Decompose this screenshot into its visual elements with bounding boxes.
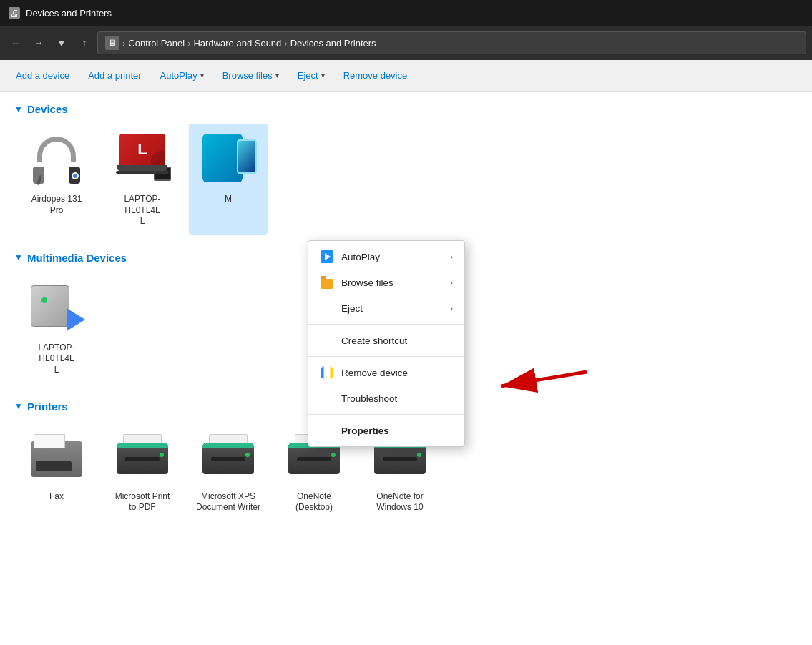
ctx-sep-1 bbox=[308, 324, 464, 325]
devices-grid: Airdopes 131Pro L LAPTOP-HL0TL4LL bbox=[14, 124, 798, 235]
laptop-icon-wrap: L bbox=[114, 131, 171, 188]
add-device-button[interactable]: Add a device bbox=[7, 66, 78, 85]
ctx-autoplay[interactable]: AutoPlay › bbox=[308, 244, 464, 270]
printer-xps-icon-wrap bbox=[200, 428, 257, 486]
device-laptop-label: LAPTOP-HL0TL4LL bbox=[110, 194, 175, 227]
printer-dot-1 bbox=[160, 453, 164, 457]
printer-dot-3 bbox=[331, 453, 336, 457]
onenote-desktop-label: OneNote(Desktop) bbox=[295, 491, 333, 513]
printer-strip-1 bbox=[117, 443, 168, 448]
printer-slot-3 bbox=[297, 457, 331, 461]
troubleshoot-icon bbox=[320, 391, 334, 405]
ctx-remove-device-label: Remove device bbox=[341, 368, 408, 378]
headset-icon-wrap bbox=[28, 131, 85, 188]
laptop-base bbox=[117, 165, 167, 171]
path-control-panel: Control Panel bbox=[128, 38, 185, 49]
ctx-troubleshoot-label: Troubleshoot bbox=[341, 393, 397, 404]
properties-icon bbox=[320, 423, 334, 438]
ctx-sep-3 bbox=[308, 414, 464, 415]
ctx-create-shortcut[interactable]: Create shortcut bbox=[308, 328, 464, 353]
device-fax[interactable]: Fax bbox=[17, 421, 96, 521]
multimedia-chevron: ▼ bbox=[14, 252, 23, 262]
play-triangle bbox=[67, 308, 85, 331]
ctx-eject[interactable]: Eject › bbox=[308, 295, 464, 321]
printer-dot-2 bbox=[245, 453, 250, 457]
device-laptop[interactable]: L LAPTOP-HL0TL4LL bbox=[103, 124, 182, 235]
printer-pdf-icon-wrap bbox=[114, 428, 171, 486]
device-multimedia-laptop[interactable]: LAPTOP-HL0TL4LL bbox=[17, 272, 96, 383]
back-button[interactable]: ← bbox=[6, 33, 26, 53]
browse-files-ctx-icon bbox=[320, 275, 334, 290]
devices-section-header[interactable]: ▼ Devices bbox=[14, 103, 798, 115]
eject-ctx-icon bbox=[320, 301, 334, 315]
remove-device-button[interactable]: Remove device bbox=[335, 66, 416, 85]
printer-slot-2 bbox=[211, 457, 245, 461]
path-icon: 🖥 bbox=[105, 36, 119, 50]
dropdown-button[interactable]: ▼ bbox=[52, 33, 72, 53]
ctx-eject-label: Eject bbox=[341, 303, 363, 314]
ctx-properties-label: Properties bbox=[341, 425, 389, 436]
browse-files-ctx-arrow: › bbox=[450, 278, 453, 287]
toolbar: Add a device Add a printer AutoPlay ▾ Br… bbox=[0, 60, 812, 92]
autoplay-ctx-arrow: › bbox=[450, 252, 453, 261]
fax-label: Fax bbox=[49, 491, 64, 503]
multimedia-icon-wrap bbox=[28, 280, 85, 337]
ctx-browse-files-label: Browse files bbox=[341, 277, 393, 288]
multimedia-laptop-label: LAPTOP-HL0TL4LL bbox=[24, 343, 89, 376]
printer-strip-2 bbox=[202, 443, 254, 448]
device-airdopes-label: Airdopes 131Pro bbox=[31, 194, 82, 216]
eject-button[interactable]: Eject ▾ bbox=[289, 66, 333, 85]
ctx-properties[interactable]: Properties bbox=[308, 418, 464, 443]
printers-chevron: ▼ bbox=[14, 401, 23, 411]
main-content: ▼ Devices Airdopes 131Pro bbox=[0, 92, 812, 549]
device-print-pdf[interactable]: Microsoft Printto PDF bbox=[103, 421, 182, 521]
create-shortcut-icon bbox=[320, 333, 334, 348]
autoplay-arrow: ▾ bbox=[200, 72, 204, 79]
print-pdf-label: Microsoft Printto PDF bbox=[115, 491, 170, 513]
path-hardware-sound: Hardware and Sound bbox=[193, 38, 281, 49]
path-devices-printers: Devices and Printers bbox=[290, 38, 376, 49]
multimedia-label: Multimedia Devices bbox=[27, 252, 127, 264]
onenote-win10-label: OneNote forWindows 10 bbox=[376, 491, 423, 513]
printer-slot-4 bbox=[383, 457, 417, 461]
autoplay-ctx-icon bbox=[320, 250, 334, 264]
device-tablet[interactable]: M bbox=[189, 124, 268, 235]
laptop-screen: L bbox=[119, 134, 165, 165]
add-printer-button[interactable]: Add a printer bbox=[79, 66, 150, 85]
device-airdopes[interactable]: Airdopes 131Pro bbox=[17, 124, 96, 235]
shield-icon bbox=[320, 365, 334, 380]
ctx-autoplay-label: AutoPlay bbox=[341, 252, 380, 262]
device-tablet-label: M bbox=[225, 194, 232, 205]
printer-dot-4 bbox=[417, 453, 421, 457]
app-icon: 🖨 bbox=[9, 7, 20, 19]
fax-icon-wrap bbox=[28, 428, 85, 486]
xps-label: Microsoft XPSDocument Writer bbox=[196, 491, 260, 513]
server-light bbox=[41, 297, 47, 303]
ctx-remove-device[interactable]: Remove device bbox=[308, 360, 464, 385]
ctx-troubleshoot[interactable]: Troubleshoot bbox=[308, 385, 464, 411]
browse-files-button[interactable]: Browse files ▾ bbox=[214, 66, 288, 85]
tablet-phone bbox=[237, 139, 257, 174]
server-box bbox=[31, 285, 69, 327]
ctx-create-shortcut-label: Create shortcut bbox=[341, 335, 407, 346]
printer-slot-1 bbox=[125, 457, 160, 461]
forward-button[interactable]: → bbox=[29, 33, 49, 53]
laptop-stand bbox=[116, 171, 169, 174]
autoplay-button[interactable]: AutoPlay ▾ bbox=[152, 66, 212, 85]
ctx-browse-files[interactable]: Browse files › bbox=[308, 270, 464, 295]
address-bar: ← → ▼ ↑ 🖥 › Control Panel › Hardware and… bbox=[0, 26, 812, 60]
device-xps[interactable]: Microsoft XPSDocument Writer bbox=[189, 421, 268, 521]
title-bar-text: Devices and Printers bbox=[26, 8, 112, 19]
up-button[interactable]: ↑ bbox=[74, 33, 94, 53]
fax-paper bbox=[34, 434, 65, 448]
eject-arrow: ▾ bbox=[321, 72, 325, 79]
devices-label: Devices bbox=[27, 103, 68, 115]
browse-arrow: ▾ bbox=[275, 72, 279, 79]
devices-chevron: ▼ bbox=[14, 104, 23, 114]
address-path[interactable]: 🖥 › Control Panel › Hardware and Sound ›… bbox=[97, 31, 806, 54]
printers-label: Printers bbox=[27, 400, 68, 413]
title-bar: 🖨 Devices and Printers bbox=[0, 0, 812, 26]
context-menu: AutoPlay › Browse files › Eject › Create… bbox=[308, 240, 465, 447]
ctx-sep-2 bbox=[308, 356, 464, 357]
eject-ctx-arrow: › bbox=[450, 304, 453, 312]
